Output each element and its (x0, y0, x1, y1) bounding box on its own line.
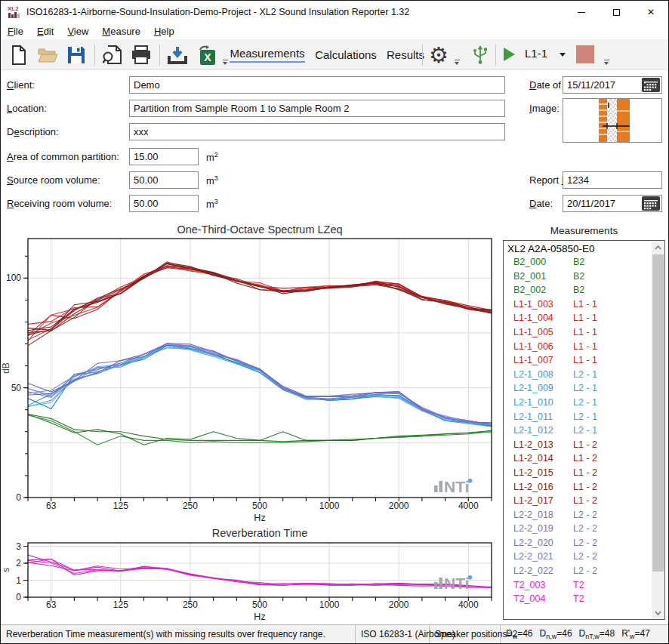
svg-text:0: 0 (16, 592, 21, 602)
area-label: Area of common partition: (7, 151, 119, 162)
stop-record-button[interactable] (576, 45, 594, 63)
status-results: Dw=46Dn,w=46DnT,w=48R'w=47 (501, 625, 669, 643)
result-value: DnT,w=48 (579, 628, 615, 640)
measurement-row[interactable]: L2-2_018L2 - 2 (504, 508, 664, 522)
print-icon[interactable] (128, 42, 155, 69)
report-no-input[interactable] (563, 171, 662, 189)
partition-image[interactable] (563, 98, 662, 143)
date-calendar-icon[interactable] (642, 196, 660, 211)
maximize-button[interactable] (599, 1, 634, 23)
measurement-row[interactable]: L2-2_020L2 - 2 (504, 536, 664, 550)
measurement-row[interactable]: L1-1_006L1 - 1 (504, 340, 664, 354)
measurement-row[interactable]: T2_003T2 (504, 578, 664, 593)
device-name: XL2 A2A-05850-E0 (504, 241, 664, 255)
measurement-row[interactable]: L1-1_003L1 - 1 (504, 297, 664, 312)
measurement-row[interactable]: L2-2_021L2 - 2 (504, 550, 664, 564)
status-standard: ISO 16283-1 (Airborne) (356, 625, 430, 643)
close-button[interactable]: ✕ (634, 1, 668, 23)
svg-text:500: 500 (252, 599, 267, 610)
area-unit: m2 (206, 151, 218, 163)
measurement-row[interactable]: L1-1_007L1 - 1 (504, 353, 664, 368)
result-value: Dn,w=46 (540, 628, 572, 640)
measurement-row[interactable]: B2_002B2 (504, 283, 664, 297)
toolbar: X Measurements Calculations Results ⚙ L1… (1, 39, 668, 70)
measurement-row[interactable]: L1-2_014L1 - 2 (504, 451, 664, 466)
measurement-row[interactable]: L2-2_022L2 - 2 (504, 564, 664, 578)
measurement-row[interactable]: T2_004T2 (504, 592, 664, 606)
measurement-row[interactable]: L1-2_016L1 - 2 (504, 480, 664, 495)
measurements-list: B2_000B2B2_001B2B2_002B2L1-1_003L1 - 1L1… (504, 255, 664, 606)
svg-text:63: 63 (46, 599, 57, 610)
run-selector-label[interactable]: L1-1 (525, 47, 547, 60)
svg-text:2000: 2000 (389, 599, 409, 610)
image-label: Image: (529, 103, 560, 114)
scrollbar-thumb[interactable] (652, 254, 664, 572)
svg-text:1: 1 (16, 575, 21, 586)
run-dropdown-icon[interactable] (560, 53, 566, 57)
gear-overflow-icon[interactable] (454, 60, 461, 66)
svg-text:NTi: NTi (444, 478, 469, 495)
measurement-row[interactable]: L1-2_017L1 - 2 (504, 494, 664, 508)
result-value: Dw=46 (506, 628, 533, 640)
settings-gear-icon[interactable]: ⚙ (425, 42, 452, 69)
measurement-row[interactable]: L2-1_008L2 - 1 (504, 368, 664, 382)
svg-text:125: 125 (113, 599, 128, 610)
menu-view[interactable]: View (60, 26, 95, 37)
measurement-row[interactable]: L2-1_009L2 - 1 (504, 381, 664, 396)
menu-file[interactable]: File (1, 26, 30, 37)
svg-text:250: 250 (183, 599, 198, 610)
client-input[interactable] (129, 76, 505, 94)
play-icon[interactable] (504, 48, 515, 61)
tab-measurements[interactable]: Measurements (227, 39, 307, 70)
status-message: Reverberation Time measurement(s) with m… (1, 625, 356, 643)
area-input[interactable] (129, 148, 199, 165)
menu-bar: FileEditViewMeasureHelp (1, 23, 668, 39)
measurement-row[interactable]: L1-1_004L1 - 1 (504, 311, 664, 325)
svg-text:s: s (1, 568, 11, 572)
measurement-row[interactable]: L2-1_012L2 - 1 (504, 424, 664, 438)
export-download-icon[interactable] (164, 42, 191, 69)
svg-text:XL2: XL2 (8, 5, 19, 12)
minimize-button[interactable] (564, 1, 599, 23)
open-folder-icon[interactable] (34, 42, 61, 69)
measurement-row[interactable]: L2-1_010L2 - 1 (504, 396, 664, 410)
date-of-test-calendar-icon[interactable] (642, 78, 660, 92)
svg-text:0: 0 (16, 492, 21, 503)
usb-icon[interactable] (469, 42, 492, 69)
menu-help[interactable]: Help (147, 26, 181, 37)
new-document-icon[interactable] (5, 42, 32, 69)
print-preview-icon[interactable] (99, 42, 126, 69)
scrollbar-down-icon[interactable] (652, 606, 664, 619)
measurement-row[interactable]: L2-1_011L2 - 1 (504, 410, 664, 424)
svg-text:Reverberation Time: Reverberation Time (212, 527, 308, 539)
menu-edit[interactable]: Edit (30, 26, 60, 37)
svg-text:One-Third-Octave Spectrum LZeq: One-Third-Octave Spectrum LZeq (177, 223, 342, 236)
measurements-scrollbar[interactable] (652, 241, 664, 619)
svg-text:1000: 1000 (319, 599, 340, 610)
measurement-row[interactable]: L1-2_013L1 - 2 (504, 438, 664, 452)
source-volume-input[interactable] (129, 171, 199, 189)
svg-text:500: 500 (252, 501, 267, 511)
client-label: Client: (7, 79, 35, 91)
scrollbar-up-icon[interactable] (652, 241, 664, 254)
tab-calculations[interactable]: Calculations (310, 39, 381, 70)
source-volume-unit: m3 (206, 174, 218, 186)
receiving-volume-label: Receiving room volume: (7, 198, 112, 209)
measurement-row[interactable]: B2_000B2 (504, 255, 664, 270)
measurement-row[interactable]: L2-2_019L2 - 2 (504, 522, 664, 536)
receiving-volume-input[interactable] (129, 195, 199, 212)
tab-results[interactable]: Results (384, 39, 427, 70)
svg-text:100: 100 (6, 273, 21, 283)
svg-text:X: X (204, 51, 211, 63)
save-icon[interactable] (63, 42, 90, 69)
measurement-row[interactable]: L1-2_015L1 - 2 (504, 466, 664, 480)
svg-text:2: 2 (16, 558, 21, 569)
run-overflow-icon[interactable] (603, 60, 610, 66)
menu-measure[interactable]: Measure (95, 26, 147, 37)
location-input[interactable] (129, 100, 505, 117)
excel-export-icon[interactable]: X (193, 42, 220, 69)
svg-text:50: 50 (11, 383, 22, 393)
measurement-row[interactable]: B2_001B2 (504, 270, 664, 284)
description-input[interactable] (129, 123, 505, 140)
measurement-row[interactable]: L1-1_005L1 - 1 (504, 325, 664, 340)
